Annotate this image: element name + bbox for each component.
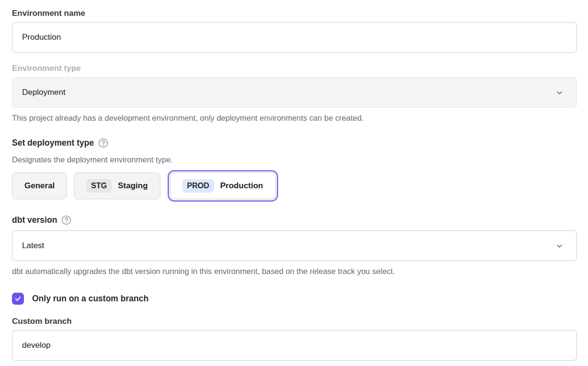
chevron-down-icon	[555, 241, 564, 251]
dbt-version-heading: dbt version	[12, 215, 57, 226]
deployment-type-general-label: General	[24, 181, 55, 191]
deployment-type-options: General STG Staging PROD Production	[12, 172, 577, 200]
dbt-version-section: dbt version Latest dbt automatically upg…	[12, 215, 577, 276]
deployment-type-general-button[interactable]: General	[12, 172, 67, 199]
dbt-version-select[interactable]: Latest	[12, 230, 577, 261]
deployment-type-production-label: Production	[220, 181, 263, 191]
production-badge: PROD	[182, 179, 214, 193]
help-icon[interactable]	[98, 138, 108, 148]
environment-name-label: Environment name	[12, 8, 577, 19]
environment-type-helper-text: This project already has a development e…	[12, 113, 577, 123]
deployment-type-staging-button[interactable]: STG Staging	[74, 172, 160, 199]
deployment-type-production-button[interactable]: PROD Production	[170, 172, 276, 199]
environment-type-label: Environment type	[12, 63, 577, 74]
deployment-type-section: Set deployment type Designates the deplo…	[12, 137, 577, 200]
environment-type-field: Environment type Deployment This project…	[12, 63, 577, 123]
custom-branch-label: Custom branch	[12, 316, 577, 327]
dbt-version-selected-value: Latest	[22, 241, 44, 251]
environment-name-field: Environment name	[12, 8, 577, 53]
environment-settings-form: Environment name Environment type Deploy…	[0, 0, 588, 361]
staging-badge: STG	[86, 179, 112, 193]
dbt-version-helper-text: dbt automatically upgrades the dbt versi…	[12, 266, 577, 276]
deployment-type-heading: Set deployment type	[12, 137, 94, 149]
custom-branch-input[interactable]	[12, 330, 577, 361]
environment-type-select: Deployment	[12, 77, 577, 108]
custom-branch-field: Custom branch	[12, 316, 577, 361]
environment-type-selected-value: Deployment	[22, 88, 66, 97]
environment-name-input[interactable]	[12, 22, 577, 53]
chevron-down-icon	[555, 88, 564, 97]
help-icon[interactable]	[61, 215, 71, 225]
checkbox-checked-icon[interactable]	[12, 293, 24, 305]
deployment-type-description: Designates the deployment environment ty…	[12, 155, 577, 165]
custom-branch-toggle-label: Only run on a custom branch	[32, 294, 148, 304]
deployment-type-staging-label: Staging	[118, 181, 147, 191]
custom-branch-toggle[interactable]: Only run on a custom branch	[12, 293, 577, 305]
